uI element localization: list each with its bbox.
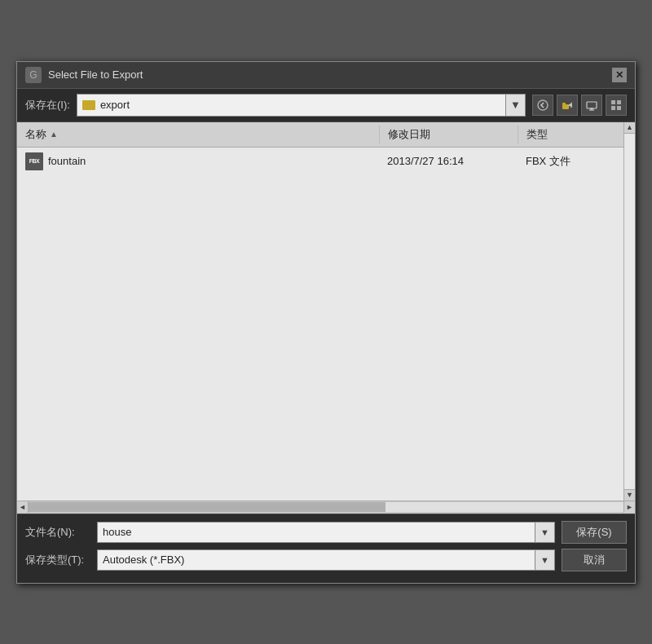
desktop-icon[interactable] [581, 95, 602, 116]
title-bar: G Select File to Export ✕ [17, 62, 635, 89]
filename-row: 文件名(N): ▼ 保存(S) [25, 521, 627, 544]
file-name: fountain [48, 155, 86, 167]
toolbar-row: 保存在(I): export ▼ [17, 89, 635, 122]
filetype-select-wrapper: Autodesk (*.FBX) ▼ [97, 549, 555, 571]
app-icon: G [25, 67, 42, 83]
filename-dropdown-arrow[interactable]: ▼ [535, 522, 555, 543]
table-row[interactable]: FBX fountain 2013/7/27 16:14 FBX 文件 [17, 148, 623, 175]
filetype-row: 保存类型(T): Autodesk (*.FBX) ▼ 取消 [25, 549, 627, 571]
scroll-right-arrow[interactable]: ► [623, 501, 635, 513]
filetype-label: 保存类型(T): [25, 553, 90, 567]
save-in-label: 保存在(I): [25, 98, 70, 112]
file-list-header: 名称 ▲ 修改日期 类型 [17, 122, 623, 148]
scroll-thumb-h [29, 502, 385, 512]
filename-label: 文件名(N): [25, 525, 90, 540]
horizontal-scrollbar[interactable]: ◄ ► [17, 501, 635, 514]
svg-rect-10 [611, 106, 615, 110]
grid-view-icon[interactable] [606, 95, 627, 116]
sort-arrow: ▲ [50, 130, 58, 139]
col-date-header[interactable]: 修改日期 [379, 126, 518, 143]
svg-rect-8 [611, 100, 615, 104]
folder-select-wrapper: export ▼ [77, 94, 526, 117]
cancel-button[interactable]: 取消 [562, 549, 627, 571]
bottom-form: 文件名(N): ▼ 保存(S) 保存类型(T): Autodesk (*.FBX… [17, 514, 635, 583]
up-icon[interactable] [557, 95, 578, 116]
file-list-main: 名称 ▲ 修改日期 类型 FBX fountain [17, 122, 623, 501]
scroll-track-h [29, 502, 623, 512]
filename-input[interactable] [97, 522, 535, 543]
title-bar-left: G Select File to Export [25, 67, 143, 83]
file-name-cell: FBX fountain [17, 151, 379, 172]
folder-select[interactable]: export [77, 94, 506, 117]
file-date-cell: 2013/7/27 16:14 [379, 153, 518, 169]
back-icon[interactable] [532, 95, 553, 116]
vertical-scrollbar[interactable]: ▲ ▼ [623, 122, 635, 501]
scroll-track [624, 134, 635, 489]
file-list-with-scroll: 名称 ▲ 修改日期 类型 FBX fountain [17, 122, 635, 501]
fbx-file-icon: FBX [25, 152, 43, 170]
dialog-title: Select File to Export [48, 68, 143, 81]
file-list-body: FBX fountain 2013/7/27 16:14 FBX 文件 [17, 148, 623, 501]
filename-input-wrapper: ▼ [97, 522, 555, 543]
col-name-header[interactable]: 名称 ▲ [17, 126, 379, 143]
col-type-header[interactable]: 类型 [518, 126, 623, 143]
scroll-left-arrow[interactable]: ◄ [17, 501, 29, 513]
folder-name: export [100, 99, 130, 111]
dialog: G Select File to Export ✕ 保存在(I): export… [16, 61, 636, 584]
scroll-down-arrow[interactable]: ▼ [624, 489, 635, 501]
file-type-cell: FBX 文件 [518, 152, 623, 170]
svg-rect-11 [617, 106, 621, 110]
svg-rect-2 [562, 103, 566, 105]
filetype-value: Autodesk (*.FBX) [103, 554, 184, 566]
svg-rect-9 [617, 100, 621, 104]
toolbar-icons [532, 95, 627, 116]
save-button[interactable]: 保存(S) [562, 521, 627, 544]
folder-dropdown-arrow[interactable]: ▼ [506, 94, 526, 117]
scroll-up-arrow[interactable]: ▲ [624, 122, 635, 134]
filetype-display: Autodesk (*.FBX) [97, 549, 535, 571]
svg-point-0 [538, 100, 548, 110]
close-button[interactable]: ✕ [612, 68, 627, 82]
svg-rect-4 [587, 102, 597, 108]
filetype-dropdown-arrow[interactable]: ▼ [535, 549, 555, 571]
file-list-area: 名称 ▲ 修改日期 类型 FBX fountain [17, 122, 635, 514]
folder-icon [82, 100, 95, 110]
